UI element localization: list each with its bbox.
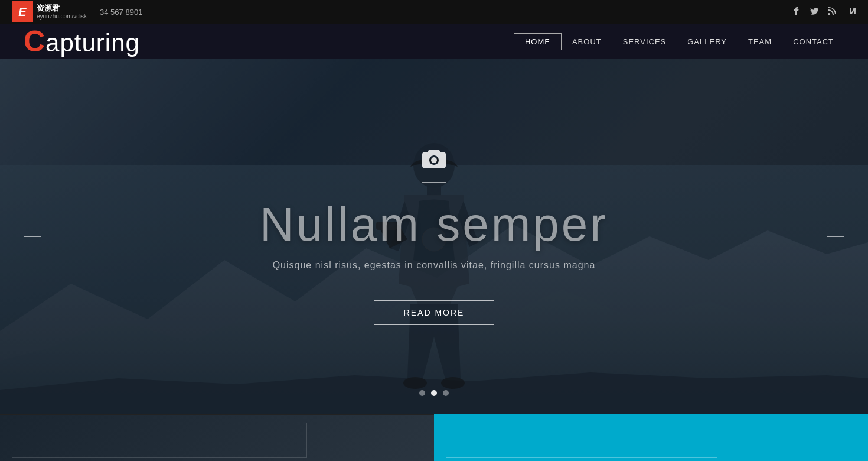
hero-next-arrow[interactable] xyxy=(827,236,844,237)
navbar: Capturing HOME ABOUT SERVICES GALLERY TE… xyxy=(0,24,868,59)
card-dark-inner xyxy=(12,423,307,458)
hero-title: Nullam semper xyxy=(260,201,608,248)
hero-section: Nullam semper Quisque nisl risus, egesta… xyxy=(0,59,868,414)
hero-prev-arrow[interactable] xyxy=(24,236,41,237)
camera-icon xyxy=(422,148,446,174)
svg-point-0 xyxy=(828,13,830,15)
nav-link-contact[interactable]: CONTACT xyxy=(782,34,844,50)
rss-icon[interactable] xyxy=(828,7,836,17)
nav-link-gallery[interactable]: GALLERY xyxy=(677,34,738,50)
card-cyan-inner xyxy=(446,423,717,458)
topbar: E 资源君 eyunzhu.com/vdisk 34 567 8901 xyxy=(0,0,868,24)
dot-1[interactable] xyxy=(419,390,425,396)
topbar-social xyxy=(792,7,856,17)
brand-url-label: eyunzhu.com/vdisk xyxy=(37,13,87,20)
nav-item-about[interactable]: ABOUT xyxy=(562,34,612,50)
dot-3[interactable] xyxy=(443,390,449,396)
twitter-icon[interactable] xyxy=(810,7,818,17)
nav-link-team[interactable]: TEAM xyxy=(738,34,782,50)
hero-divider xyxy=(422,182,446,183)
brand-logo: Capturing xyxy=(24,24,140,59)
read-more-button[interactable]: Read More xyxy=(374,300,495,325)
nav-item-home[interactable]: HOME xyxy=(514,33,562,50)
hero-dots xyxy=(419,390,449,396)
card-dark xyxy=(0,414,434,461)
topbar-left: E 资源君 eyunzhu.com/vdisk 34 567 8901 xyxy=(12,1,142,22)
brand-letter: C xyxy=(24,25,45,58)
nav-item-team[interactable]: TEAM xyxy=(738,34,782,50)
nav-link-about[interactable]: ABOUT xyxy=(562,34,612,50)
bottom-strip xyxy=(0,414,868,461)
dot-2[interactable] xyxy=(431,390,437,396)
vk-icon[interactable] xyxy=(846,7,856,17)
facebook-icon[interactable] xyxy=(792,7,801,17)
nav-link-home[interactable]: HOME xyxy=(514,33,562,50)
svg-point-9 xyxy=(431,157,437,163)
phone-number: 34 567 8901 xyxy=(100,8,142,17)
nav-links: HOME ABOUT SERVICES GALLERY TEAM CONTACT xyxy=(514,33,844,50)
nav-item-contact[interactable]: CONTACT xyxy=(782,34,844,50)
nav-item-gallery[interactable]: GALLERY xyxy=(677,34,738,50)
card-cyan xyxy=(434,414,868,461)
hero-content: Nullam semper Quisque nisl risus, egesta… xyxy=(0,59,868,414)
hero-subtitle: Quisque nisl risus, egestas in convallis… xyxy=(273,260,596,271)
nav-link-services[interactable]: SERVICES xyxy=(612,34,677,50)
logo-text: 资源君 eyunzhu.com/vdisk xyxy=(37,4,87,19)
logo-box: E xyxy=(12,1,33,22)
brand-name-label: 资源君 xyxy=(37,4,87,12)
nav-item-services[interactable]: SERVICES xyxy=(612,34,677,50)
